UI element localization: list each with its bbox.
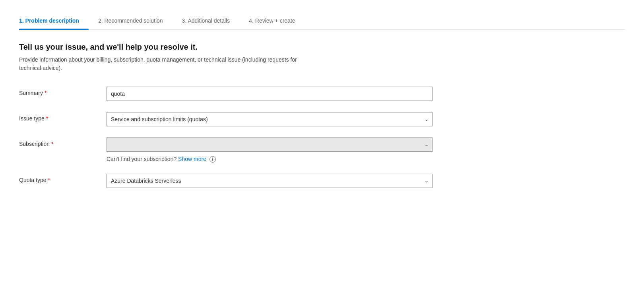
quota-type-control-area: Azure Databricks Serverless ⌄ <box>107 174 433 188</box>
summary-label: Summary * <box>19 87 107 96</box>
form-row-quota-type: Quota type * Azure Databricks Serverless… <box>19 174 625 188</box>
subscription-hint: Can't find your subscription? Show more … <box>107 156 433 163</box>
page-title: Tell us your issue, and we'll help you r… <box>19 43 625 52</box>
form-row-subscription: Subscription * ⌄ Can't find your subscri… <box>19 138 625 163</box>
issue-type-select[interactable]: Service and subscription limits (quotas) <box>107 112 433 126</box>
wizard-step-review-create[interactable]: 4. Review + create <box>249 13 305 29</box>
quota-type-select-wrapper: Azure Databricks Serverless ⌄ <box>107 174 433 188</box>
subscription-select[interactable] <box>107 138 433 152</box>
subscription-required-star: * <box>51 141 53 147</box>
issue-type-required-star: * <box>46 115 48 122</box>
issue-type-control-area: Service and subscription limits (quotas)… <box>107 112 433 126</box>
subscription-control-area: ⌄ Can't find your subscription? Show mor… <box>107 138 433 163</box>
wizard-step-problem-description[interactable]: 1. Problem description <box>19 13 89 29</box>
form-area: Summary * Issue type * Service and subsc… <box>19 87 625 188</box>
wizard-step-additional-details[interactable]: 3. Additional details <box>182 13 240 29</box>
subscription-select-wrapper: ⌄ <box>107 138 433 152</box>
subscription-label: Subscription * <box>19 138 107 147</box>
issue-type-select-wrapper: Service and subscription limits (quotas)… <box>107 112 433 126</box>
wizard-nav: 1. Problem description 2. Recommended so… <box>19 13 625 30</box>
wizard-step-recommended-solution[interactable]: 2. Recommended solution <box>98 13 173 29</box>
form-row-issue-type: Issue type * Service and subscription li… <box>19 112 625 126</box>
page-container: 1. Problem description 2. Recommended so… <box>0 0 644 212</box>
summary-required-star: * <box>45 90 47 96</box>
summary-input[interactable] <box>107 87 433 101</box>
issue-type-label: Issue type * <box>19 112 107 122</box>
page-description: Provide information about your billing, … <box>19 56 305 72</box>
quota-type-label: Quota type * <box>19 174 107 183</box>
quota-type-required-star: * <box>48 177 50 183</box>
info-icon[interactable]: ℹ <box>209 156 216 163</box>
show-more-link[interactable]: Show more <box>178 156 206 162</box>
form-row-summary: Summary * <box>19 87 625 101</box>
quota-type-select[interactable]: Azure Databricks Serverless <box>107 174 433 188</box>
page-heading: Tell us your issue, and we'll help you r… <box>19 43 625 72</box>
summary-control-area <box>107 87 433 101</box>
